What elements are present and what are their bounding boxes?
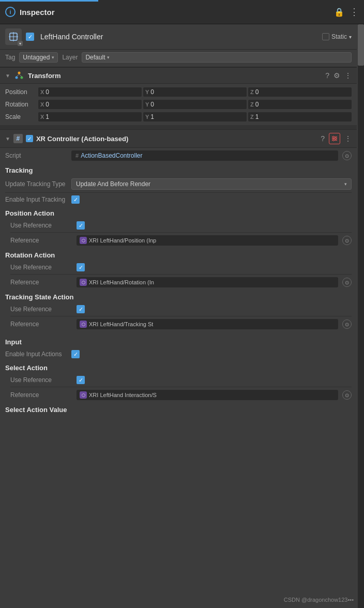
xr-chevron[interactable]: ▼ bbox=[5, 136, 10, 142]
rotation-y-label: Y bbox=[145, 101, 149, 108]
xr-active-checkbox[interactable]: ✓ bbox=[26, 135, 33, 142]
layer-dropdown[interactable]: Default ▾ bbox=[82, 52, 352, 63]
script-row: Script # ActionBasedController ⊙ bbox=[5, 148, 352, 163]
svg-point-5 bbox=[15, 77, 18, 79]
select-ref-icon: ⬡ bbox=[80, 391, 87, 399]
transform-icon bbox=[14, 71, 24, 80]
rotation-use-reference-row: Use Reference ✓ bbox=[10, 261, 352, 275]
xr-actions: ? ⋮ bbox=[321, 133, 352, 144]
position-use-reference-row: Use Reference ✓ bbox=[10, 219, 352, 233]
update-tracking-arrow: ▾ bbox=[344, 181, 347, 187]
xr-controller-header: ▼ # ✓ XR Controller (Action-based) ? ⋮ bbox=[0, 129, 357, 148]
tracking-state-reference-field: ⬡ XRI LeftHand/Tracking St bbox=[77, 319, 338, 329]
position-ref-icon: ⬡ bbox=[80, 237, 87, 244]
position-reference-select-btn[interactable]: ⊙ bbox=[342, 236, 352, 245]
update-tracking-dropdown[interactable]: Update And Before Render ▾ bbox=[71, 178, 352, 190]
tracking-state-use-reference-checkbox[interactable]: ✓ bbox=[77, 305, 85, 313]
position-use-reference-label: Use Reference bbox=[10, 222, 72, 229]
tracking-fields: Update Tracking Type Update And Before R… bbox=[0, 176, 357, 206]
transform-section-header: ▼ Transform ? ⚙ ⋮ bbox=[0, 67, 357, 84]
xr-more-icon[interactable]: ⋮ bbox=[344, 134, 352, 143]
scale-x-field[interactable]: X 1 bbox=[38, 112, 142, 121]
rotation-y-field[interactable]: Y 0 bbox=[143, 100, 247, 109]
rotation-z-field[interactable]: Z 0 bbox=[248, 100, 352, 109]
transform-chevron[interactable]: ▼ bbox=[5, 73, 10, 79]
static-label: Static bbox=[331, 33, 347, 40]
transform-help-icon[interactable]: ? bbox=[325, 71, 329, 80]
rotation-reference-field: ⬡ XRI LeftHand/Rotation (In bbox=[77, 277, 338, 287]
select-action-fields: Use Reference ✓ Reference ⬡ XRI LeftHand… bbox=[0, 373, 357, 403]
rotation-use-reference-checkbox[interactable]: ✓ bbox=[77, 263, 85, 271]
scale-z-field[interactable]: Z 1 bbox=[248, 112, 352, 121]
gameobject-name-input[interactable] bbox=[38, 32, 318, 42]
xr-settings-icon[interactable] bbox=[329, 133, 340, 144]
xr-help-icon[interactable]: ? bbox=[321, 134, 325, 143]
rotation-reference-select-btn[interactable]: ⊙ bbox=[342, 278, 352, 287]
position-z-field[interactable]: Z 0 bbox=[248, 87, 352, 97]
rotation-ref-icon: ⬡ bbox=[80, 279, 87, 286]
tracking-state-fields: Use Reference ✓ Reference ⬡ XRI LeftHand… bbox=[0, 302, 357, 332]
enable-input-tracking-checkbox[interactable]: ✓ bbox=[71, 195, 80, 204]
svg-point-12 bbox=[335, 138, 337, 140]
rotation-x-field[interactable]: X 0 bbox=[38, 100, 142, 109]
transform-fields: Position X 0 Y 0 Z 0 Rotation bbox=[0, 84, 357, 125]
rotation-row: Rotation X 0 Y 0 Z 0 bbox=[5, 98, 352, 111]
update-tracking-row: Update Tracking Type Update And Before R… bbox=[5, 176, 352, 193]
gameobject-arrow[interactable]: ▾ bbox=[18, 41, 23, 46]
position-use-reference-checkbox[interactable]: ✓ bbox=[77, 221, 85, 230]
more-menu-icon[interactable]: ⋮ bbox=[350, 6, 359, 18]
enable-input-actions-row: Enable Input Actions ✓ bbox=[5, 347, 352, 361]
tracking-state-reference-select-btn[interactable]: ⊙ bbox=[342, 320, 352, 329]
script-hash-icon: # bbox=[75, 153, 79, 159]
scale-x-value: 1 bbox=[46, 113, 49, 120]
tag-layer-row: Tag Untagged ▾ Layer Default ▾ bbox=[0, 50, 357, 67]
xr-title: XR Controller (Action-based) bbox=[36, 135, 317, 143]
script-section: Script # ActionBasedController ⊙ bbox=[0, 148, 357, 163]
tracking-state-ref-icon: ⬡ bbox=[80, 321, 87, 328]
layer-label: Layer bbox=[62, 54, 78, 61]
tag-dropdown[interactable]: Untagged ▾ bbox=[19, 52, 58, 63]
select-reference-field: ⬡ XRI LeftHand Interaction/S bbox=[77, 390, 338, 400]
position-x-label: X bbox=[40, 89, 44, 95]
select-reference-select-btn[interactable]: ⊙ bbox=[342, 390, 352, 400]
script-name: ActionBasedController bbox=[81, 152, 142, 159]
scale-label: Scale bbox=[5, 113, 36, 120]
scale-y-field[interactable]: Y 1 bbox=[143, 112, 247, 121]
rotation-reference-label: Reference bbox=[10, 279, 72, 286]
tag-label: Tag bbox=[5, 54, 15, 61]
transform-title: Transform bbox=[28, 72, 321, 80]
header-actions: 🔒 ⋮ bbox=[334, 6, 359, 18]
rotation-xyz: X 0 Y 0 Z 0 bbox=[38, 100, 352, 109]
xr-hash-icon: # bbox=[13, 134, 23, 143]
scale-z-value: 1 bbox=[255, 113, 259, 120]
transform-actions: ? ⚙ ⋮ bbox=[325, 71, 352, 80]
position-z-value: 0 bbox=[255, 88, 259, 96]
svg-point-13 bbox=[333, 140, 335, 141]
update-tracking-label: Update Tracking Type bbox=[5, 180, 67, 188]
rotation-reference-value: XRI LeftHand/Rotation (In bbox=[89, 279, 154, 285]
update-tracking-value: Update And Before Render bbox=[76, 180, 342, 188]
select-reference-value: XRI LeftHand Interaction/S bbox=[89, 392, 157, 398]
gameobject-row: ▾ ✓ Static ▾ bbox=[0, 24, 357, 50]
transform-more-icon[interactable]: ⋮ bbox=[344, 71, 352, 80]
enable-input-actions-checkbox[interactable]: ✓ bbox=[71, 350, 80, 358]
position-x-value: 0 bbox=[46, 88, 49, 96]
static-checkbox[interactable] bbox=[322, 33, 329, 40]
enable-input-tracking-label: Enable Input Tracking bbox=[5, 196, 67, 203]
static-dropdown-arrow[interactable]: ▾ bbox=[349, 34, 352, 40]
enable-input-tracking-row: Enable Input Tracking ✓ bbox=[5, 193, 352, 206]
lock-icon[interactable]: 🔒 bbox=[334, 7, 344, 17]
gameobject-active-checkbox[interactable]: ✓ bbox=[26, 33, 34, 41]
transform-settings-icon[interactable]: ⚙ bbox=[333, 71, 340, 80]
position-y-field[interactable]: Y 0 bbox=[143, 87, 247, 97]
position-action-fields: Use Reference ✓ Reference ⬡ XRI LeftHand… bbox=[0, 219, 357, 248]
tag-dropdown-arrow: ▾ bbox=[52, 55, 54, 60]
tracking-state-use-reference-label: Use Reference bbox=[10, 306, 72, 313]
select-action-value-label: Select Action Value bbox=[0, 403, 357, 415]
select-use-reference-row: Use Reference ✓ bbox=[10, 373, 352, 387]
position-x-field[interactable]: X 0 bbox=[38, 87, 142, 97]
tracking-state-reference-label: Reference bbox=[10, 321, 72, 328]
tracking-state-reference-row: Reference ⬡ XRI LeftHand/Tracking St ⊙ bbox=[10, 316, 352, 332]
script-select-btn[interactable]: ⊙ bbox=[342, 151, 352, 160]
select-use-reference-checkbox[interactable]: ✓ bbox=[77, 376, 85, 384]
